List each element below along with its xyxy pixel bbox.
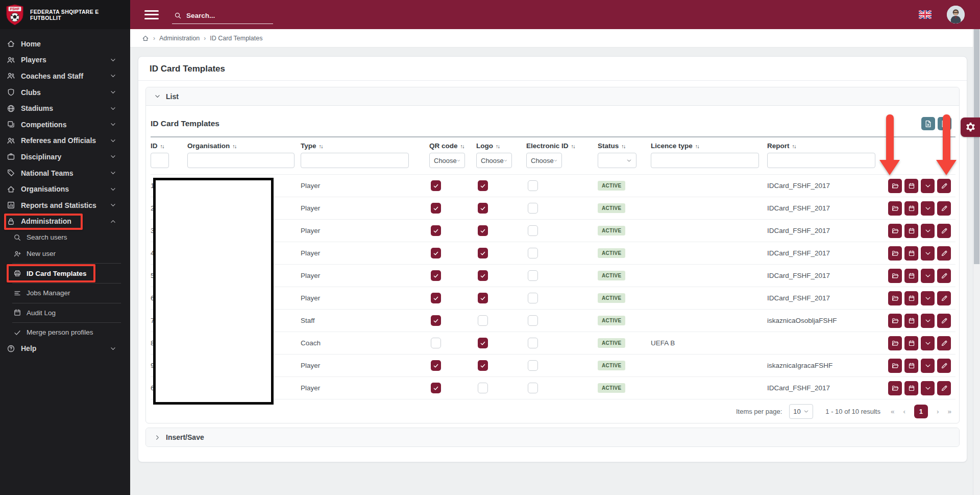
edit-action-button[interactable] [937,224,951,238]
sidebar-item-help[interactable]: Help [0,341,130,357]
insert-save-header[interactable]: Insert/Save [146,428,959,446]
expand-action-button[interactable] [921,314,935,328]
calendar-action-button[interactable] [904,314,918,328]
logo-checkbox[interactable] [478,248,488,258]
filter-input-organisation[interactable] [187,153,295,168]
open-action-button[interactable] [888,359,902,373]
settings-gear-button[interactable] [961,117,980,137]
open-action-button[interactable] [888,269,902,283]
qr-code-checkbox[interactable] [431,203,441,214]
sidebar-item-coaches-and-staff[interactable]: Coaches and Staff [0,68,130,84]
expand-action-button[interactable] [921,224,935,238]
qr-code-checkbox[interactable] [431,360,441,371]
electronic-id-checkbox[interactable] [528,203,538,214]
sidebar-item-reports-and-statistics[interactable]: Reports and Statistics [0,197,130,214]
next-page-button[interactable]: › [937,408,939,415]
filter-select-electronic_id[interactable]: Choose [526,153,562,168]
expand-action-button[interactable] [921,246,935,261]
logo-checkbox[interactable] [478,203,488,214]
qr-code-checkbox[interactable] [431,315,441,326]
sidebar-item-clubs[interactable]: Clubs [0,84,130,101]
electronic-id-checkbox[interactable] [528,383,538,393]
open-action-button[interactable] [888,314,902,328]
electronic-id-checkbox[interactable] [528,270,538,281]
calendar-action-button[interactable] [904,179,918,193]
current-page-button[interactable]: 1 [914,405,928,418]
electronic-id-checkbox[interactable] [528,315,538,326]
electronic-id-checkbox[interactable] [528,360,538,371]
column-header-organisation[interactable]: Organisation↑↓ [187,137,301,151]
sidebar-item-search-users[interactable]: Search users [0,229,130,246]
logo-checkbox[interactable] [478,360,488,371]
qr-code-checkbox[interactable] [431,225,441,236]
open-action-button[interactable] [888,381,902,395]
logo-checkbox[interactable] [478,383,488,393]
filter-input-type[interactable] [301,153,409,168]
sidebar-item-national-teams[interactable]: National Teams [0,165,130,181]
expand-action-button[interactable] [921,336,935,350]
calendar-action-button[interactable] [904,381,918,395]
page-scrollbar[interactable] [973,29,980,495]
breadcrumb-administration[interactable]: Administration [159,35,200,42]
expand-action-button[interactable] [921,291,935,305]
electronic-id-checkbox[interactable] [528,293,538,303]
calendar-action-button[interactable] [904,359,918,373]
open-action-button[interactable] [888,336,902,350]
qr-code-checkbox[interactable] [431,338,441,348]
column-header-status[interactable]: Status↑↓ [598,137,651,151]
expand-action-button[interactable] [921,381,935,395]
sidebar-item-disciplinary[interactable]: Disciplinary [0,149,130,165]
sidebar-item-new-user[interactable]: New user [0,246,130,262]
open-action-button[interactable] [888,201,902,216]
edit-action-button[interactable] [937,179,951,193]
column-header-type[interactable]: Type↑↓ [301,137,429,151]
expand-action-button[interactable] [921,269,935,283]
edit-action-button[interactable] [937,269,951,283]
sidebar-item-competitions[interactable]: Competitions [0,116,130,133]
qr-code-checkbox[interactable] [431,270,441,281]
sidebar-item-jobs-manager[interactable]: Jobs Manager [0,285,130,301]
filter-input-licence_type[interactable] [651,153,759,168]
open-action-button[interactable] [888,179,902,193]
calendar-action-button[interactable] [904,269,918,283]
sidebar-item-audit-log[interactable]: Audit Log [0,305,130,321]
filter-input-id[interactable] [151,153,169,168]
last-page-button[interactable]: » [947,408,951,415]
logo-checkbox[interactable] [478,338,488,348]
language-flag-button[interactable] [919,10,932,19]
first-page-button[interactable]: « [891,408,895,415]
prev-page-button[interactable]: ‹ [903,408,905,415]
logo-checkbox[interactable] [478,180,488,191]
filter-select-logo[interactable]: Choose [476,153,512,168]
expand-action-button[interactable] [921,359,935,373]
electronic-id-checkbox[interactable] [528,338,538,348]
home-icon[interactable] [142,35,149,42]
electronic-id-checkbox[interactable] [528,180,538,191]
column-header-qr-code[interactable]: QR code↑↓ [429,137,476,151]
qr-code-checkbox[interactable] [431,293,441,303]
edit-action-button[interactable] [937,381,951,395]
list-panel-header[interactable]: List [146,87,959,106]
sidebar-item-organisations[interactable]: Organisations [0,181,130,197]
sidebar-item-merge-person-profiles[interactable]: Merge person profiles [0,324,130,341]
qr-code-checkbox[interactable] [431,383,441,393]
logo-checkbox[interactable] [478,225,488,236]
column-header-licence-type[interactable]: Licence type↑↓ [651,137,767,151]
scrollbar-thumb[interactable] [974,29,979,264]
sidebar-item-players[interactable]: Players [0,52,130,68]
calendar-action-button[interactable] [904,201,918,216]
open-action-button[interactable] [888,246,902,261]
calendar-action-button[interactable] [904,224,918,238]
electronic-id-checkbox[interactable] [528,225,538,236]
filter-select-status[interactable] [598,153,636,168]
sidebar-item-stadiums[interactable]: Stadiums [0,100,130,116]
edit-action-button[interactable] [937,201,951,216]
filter-select-qr_code[interactable]: Choose [429,153,465,168]
open-action-button[interactable] [888,291,902,305]
qr-code-checkbox[interactable] [431,180,441,191]
edit-action-button[interactable] [937,314,951,328]
sidebar-item-home[interactable]: Home [0,36,130,52]
user-avatar[interactable] [947,6,965,23]
search-input[interactable]: Search... [172,11,273,24]
edit-action-button[interactable] [937,336,951,350]
